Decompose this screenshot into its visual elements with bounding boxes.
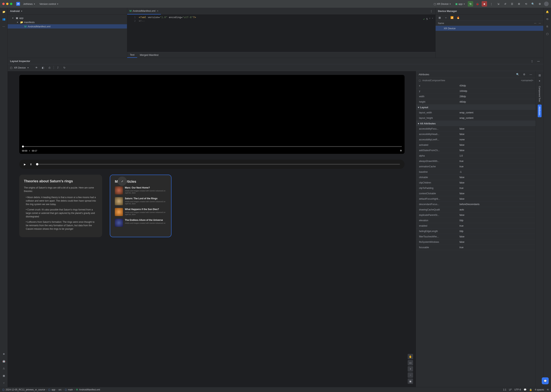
code-with-me-icon[interactable]: ⇲ (495, 1, 501, 7)
nav-up-icon[interactable]: ˄ (429, 18, 430, 21)
run-config-selector[interactable]: ▣ app ▾ (454, 2, 466, 6)
grid-icon[interactable]: ▦ (437, 15, 442, 20)
play-icon[interactable]: ▶ (24, 163, 26, 166)
zoom-out-icon[interactable]: － (408, 372, 413, 378)
add-device-icon[interactable]: ＋ (443, 15, 448, 20)
attr-section-layout[interactable]: ▾Layout (416, 105, 536, 110)
profiler-icon[interactable]: ⚙ (516, 1, 522, 7)
wifi-icon[interactable]: 📶 (450, 15, 454, 20)
search-icon[interactable]: 🔍 (530, 1, 536, 7)
sub-tab-merged[interactable]: Merged Manifest (137, 52, 161, 58)
export-icon[interactable]: ⤴ (55, 65, 60, 70)
problems-check-icon[interactable]: ✔ (423, 18, 425, 21)
notifications-icon[interactable]: 🔔 (545, 9, 550, 14)
run-button[interactable]: ↻ (468, 1, 473, 7)
attributes-tab[interactable]: Attributes (538, 105, 542, 117)
app-inspection-icon[interactable]: ⟲ (523, 1, 529, 7)
terminal-tool-icon[interactable]: ▣ (1, 373, 6, 378)
android-tool-icon[interactable]: 🤖 (1, 358, 6, 364)
expand-fab-button[interactable]: ⤢ (118, 176, 127, 186)
tree-node-manifest-file[interactable]: M AndroidManifest.xml (8, 24, 127, 28)
vcs-menu[interactable]: Version control ▾ (38, 2, 60, 6)
article-item[interactable]: The Endless Allure of the Universe Artic… (115, 219, 166, 227)
zoom-in-icon[interactable]: ＋ (408, 366, 413, 371)
eye-icon[interactable]: 👁 (34, 65, 39, 70)
file-encoding[interactable]: UTF-8 (514, 388, 521, 391)
gear-icon[interactable]: ⚙ (522, 72, 527, 77)
article-item[interactable]: What Happens if the Sun Dies? Article an… (115, 208, 166, 216)
debug-button[interactable]: 🐞 (475, 1, 480, 7)
col-actions-icon[interactable]: ⋯ (539, 22, 541, 25)
minimize-icon[interactable]: — (536, 58, 541, 63)
video-scrubber[interactable] (22, 146, 402, 147)
gems-tool-icon[interactable]: ◈ (1, 351, 6, 356)
fit-icon[interactable]: ▣ (408, 378, 413, 384)
cursor-position[interactable]: 1:1 (503, 388, 506, 391)
crumb[interactable]: 2024-12-05_RC11_jetnews_xr_source (6, 388, 45, 391)
layout-preview[interactable]: 00:00 • 00:17 ⚙ ▶ ⏸ (8, 71, 416, 387)
pan-icon[interactable]: ✋ (408, 354, 413, 359)
crumb[interactable]: main (68, 388, 73, 391)
component-tree-tab[interactable]: Component Tree (538, 84, 542, 104)
sync-icon[interactable]: ↺ (502, 1, 508, 7)
git-tool-icon[interactable]: ⑂ (1, 380, 6, 385)
project-tool-icon[interactable]: 📁 (1, 9, 6, 14)
crumb[interactable]: AndroidManifest.xml (79, 388, 100, 391)
structure-tool-icon[interactable]: 👥 (1, 17, 6, 21)
nav-down-icon[interactable]: ˅ (432, 18, 433, 21)
layers-icon[interactable]: ▭ (408, 360, 413, 365)
chat-icon[interactable]: 💬 (524, 388, 527, 391)
chevron-down-icon[interactable]: ▾ (21, 10, 22, 12)
more-actions-button[interactable]: ⋮ (489, 1, 494, 7)
tab-options-icon[interactable]: ⋮ (429, 8, 434, 14)
search-icon[interactable]: 🔍 (515, 72, 520, 77)
article-item[interactable]: Mars: Our Next Home? Article and images … (115, 186, 166, 195)
tree-node-manifests[interactable]: ▾ 📁 manifests (8, 20, 127, 24)
gradle-icon[interactable]: ⟲ (545, 17, 550, 21)
assistant-fab-button[interactable]: 💬 (542, 377, 549, 384)
overlay-icon[interactable]: ◧ (40, 65, 45, 70)
device-row[interactable]: XR Device (436, 26, 543, 31)
fire-icon[interactable]: 🔥 (456, 15, 461, 20)
scrubber-thumb[interactable] (22, 146, 24, 147)
col-actions-icon[interactable]: ⋯ (534, 22, 536, 25)
stop-button[interactable]: ■ (482, 1, 487, 7)
lock-icon[interactable]: 🔒 (529, 388, 532, 391)
options-icon[interactable]: ⋮ (530, 58, 534, 63)
code-editor[interactable]: 1 2 <?xml version="1.0" encoding="utf-8"… (127, 15, 435, 23)
device-selector[interactable]: ▢ XR Device ▾ (432, 2, 452, 6)
ai-tab-icon[interactable]: ✦ (537, 78, 542, 83)
article-item[interactable]: Saturn: The Lord of the Rings Article an… (115, 197, 166, 205)
more-tools-icon[interactable]: ⋯ (1, 24, 6, 29)
user-avatar[interactable] (544, 1, 549, 6)
crumb[interactable]: src (58, 388, 62, 391)
video-settings-icon[interactable]: ⚙ (400, 149, 402, 152)
minimize-icon[interactable]: — (528, 72, 533, 77)
close-window-button[interactable] (2, 3, 5, 5)
problems-tool-icon[interactable]: ⚠ (1, 366, 6, 371)
minimize-window-button[interactable] (6, 3, 8, 5)
project-menu[interactable]: JetNews ▾ (21, 2, 36, 6)
chevron-down-icon[interactable]: ▾ (28, 67, 29, 69)
attributes-list[interactable]: x434dp y1004dp width288dp height480dp ▾L… (416, 83, 536, 387)
audio-scrubber[interactable] (36, 164, 400, 165)
snapshot-icon[interactable]: ⎙ (47, 65, 52, 70)
refresh-icon[interactable]: ↻ (62, 65, 67, 70)
status-sync-icon[interactable]: ⟲ (547, 388, 549, 391)
line-ending[interactable]: LF (509, 388, 512, 391)
crumb[interactable]: app (51, 388, 55, 391)
sub-tab-text[interactable]: Text (127, 52, 137, 58)
indent-setting[interactable]: 4 spaces (535, 388, 544, 391)
settings-icon[interactable]: ⚙ (537, 1, 543, 7)
pause-icon[interactable]: ⏸ (30, 163, 32, 166)
device-manager-icon[interactable]: ☰ (509, 1, 515, 7)
device-file-icon[interactable]: ⎘ (545, 24, 550, 29)
emulator-icon[interactable]: ▢ (545, 31, 550, 36)
attr-section-all[interactable]: ▾All Attributes (416, 121, 536, 126)
close-tab-icon[interactable]: ✕ (157, 10, 158, 12)
tree-tab-icon[interactable]: ▥ (537, 73, 542, 77)
editor-tab-manifest[interactable]: M AndroidManifest.xml ✕ (127, 8, 161, 14)
maximize-window-button[interactable] (10, 3, 12, 5)
audio-thumb[interactable] (36, 163, 38, 165)
tree-node-app[interactable]: ▾ ▣ app (8, 16, 127, 20)
